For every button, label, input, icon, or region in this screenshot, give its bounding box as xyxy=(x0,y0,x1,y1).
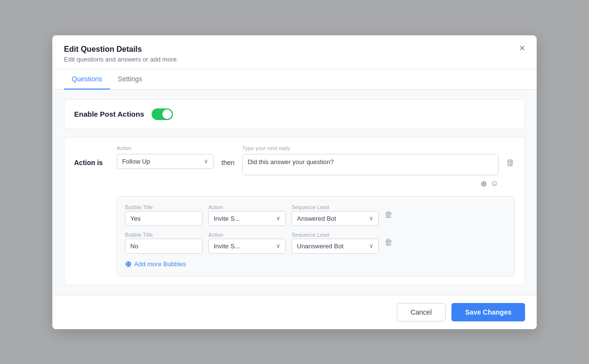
bubble-seq-value-2: Unanswered Bot xyxy=(297,243,343,250)
bubbles-section: Bubble Title Action Invite S... ∨ Sequen… xyxy=(117,196,515,277)
action-field-label: Action xyxy=(117,145,214,151)
bubble-action-label-1: Action xyxy=(208,204,286,210)
action-chevron-icon: ∨ xyxy=(204,158,208,165)
enable-post-actions-label: Enable Post Actions xyxy=(74,110,144,118)
modal-footer: Cancel Save Changes xyxy=(52,295,537,329)
bubble-action-value-1: Invite S... xyxy=(214,215,240,222)
bubble-action-wrap-2: Action Invite S... ∨ xyxy=(208,232,286,254)
bubble-action-wrap-1: Action Invite S... ∨ xyxy=(208,204,286,226)
bubble-seq-dropdown-1[interactable]: Answered Bot ∨ xyxy=(292,211,379,226)
enable-post-actions-toggle[interactable] xyxy=(152,108,173,120)
bubble-action-chevron-2: ∨ xyxy=(276,243,280,249)
modal-dialog: Edit Question Details Edit questions and… xyxy=(52,35,537,329)
reply-box[interactable]: Did this answer your question? xyxy=(242,154,498,175)
bubble-delete-button-2[interactable]: 🗑 xyxy=(385,238,393,247)
enable-post-actions-section: Enable Post Actions xyxy=(64,99,525,129)
tab-settings[interactable]: Settings xyxy=(110,69,150,90)
add-bubbles-label: Add more Bubbles xyxy=(134,260,186,268)
reply-field-label: Type your next reply xyxy=(242,145,498,151)
action-dropdown-value: Follow Up xyxy=(122,158,150,165)
modal-title: Edit Question Details xyxy=(64,45,525,54)
modal-subtitle: Edit questions and answers or add more. xyxy=(64,56,525,63)
bubble-title-label-2: Bubble Title xyxy=(125,232,202,238)
save-button[interactable]: Save Changes xyxy=(451,303,525,321)
close-button[interactable]: × xyxy=(516,42,528,54)
emoji-icon[interactable]: ☺ xyxy=(491,179,498,188)
reply-value: Did this answer your question? xyxy=(248,158,334,166)
bubble-action-dropdown-1[interactable]: Invite S... ∨ xyxy=(208,211,286,226)
action-is-label: Action is xyxy=(74,145,109,167)
modal-body: Enable Post Actions Action is Action Fol… xyxy=(52,90,537,295)
bubble-seq-chevron-1: ∨ xyxy=(369,215,373,222)
bubble-title-wrap-2: Bubble Title xyxy=(125,232,202,254)
tabs-bar: Questions Settings xyxy=(52,69,537,90)
link-icon[interactable]: ⊕ xyxy=(480,179,487,188)
add-bubbles-icon: ⊕ xyxy=(125,259,131,269)
bubble-title-input-1[interactable] xyxy=(125,211,202,226)
then-label: then xyxy=(221,145,234,167)
action-row-main: Action is Action Follow Up ∨ then Type y… xyxy=(74,145,515,188)
bubble-seq-chevron-2: ∨ xyxy=(369,243,373,249)
modal-overlay: Edit Question Details Edit questions and… xyxy=(0,0,589,364)
action-dropdown-wrap: Action Follow Up ∨ xyxy=(117,145,214,169)
bubble-seq-wrap-2: Sequence Lead Unanswered Bot ∨ xyxy=(292,232,379,254)
bubble-seq-label-2: Sequence Lead xyxy=(292,232,379,238)
action-dropdown[interactable]: Follow Up ∨ xyxy=(117,154,214,169)
bubble-seq-wrap-1: Sequence Lead Answered Bot ∨ xyxy=(292,204,379,226)
modal-header: Edit Question Details Edit questions and… xyxy=(52,35,537,69)
bubble-action-dropdown-2[interactable]: Invite S... ∨ xyxy=(208,239,286,254)
bubble-row: Bubble Title Action Invite S... ∨ Sequen… xyxy=(125,204,507,226)
bubble-seq-label-1: Sequence Lead xyxy=(292,204,379,210)
bubble-action-label-2: Action xyxy=(208,232,286,238)
bubble-action-value-2: Invite S... xyxy=(214,243,240,250)
reply-box-wrap: Type your next reply Did this answer you… xyxy=(242,145,498,188)
cancel-button[interactable]: Cancel xyxy=(397,303,446,321)
tab-questions[interactable]: Questions xyxy=(64,69,110,90)
bubble-title-input-2[interactable] xyxy=(125,239,202,254)
bubble-row-2: Bubble Title Action Invite S... ∨ Sequen… xyxy=(125,232,507,254)
bubble-seq-value-1: Answered Bot xyxy=(297,215,336,222)
bubble-seq-dropdown-2[interactable]: Unanswered Bot ∨ xyxy=(292,239,379,254)
bubble-title-label-1: Bubble Title xyxy=(125,204,202,210)
bubble-title-wrap-1: Bubble Title xyxy=(125,204,202,226)
action-card: Action is Action Follow Up ∨ then Type y… xyxy=(64,137,525,285)
bubble-action-chevron-1: ∨ xyxy=(276,215,280,222)
add-bubbles-button[interactable]: ⊕ Add more Bubbles xyxy=(125,259,186,269)
toggle-knob xyxy=(162,109,172,119)
action-delete-button[interactable]: 🗑 xyxy=(506,145,515,168)
reply-box-footer: ⊕ ☺ xyxy=(242,179,498,188)
bubble-delete-button-1[interactable]: 🗑 xyxy=(385,210,393,220)
